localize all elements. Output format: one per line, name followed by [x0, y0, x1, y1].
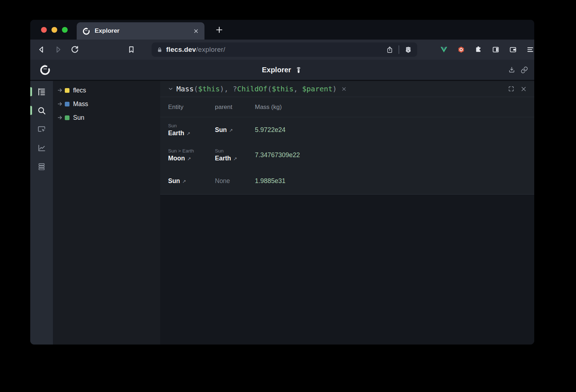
mass-cell: 1.9885e31 [255, 174, 534, 188]
query-header: Mass($this), ?ChildOf($this, $parent) [160, 81, 534, 97]
toolbar-divider [399, 45, 399, 54]
download-icon[interactable] [508, 66, 516, 74]
column-parent: parent [215, 104, 255, 111]
browser-window: Explorer [30, 20, 534, 345]
mass-value: 5.9722e24 [255, 126, 534, 134]
entity-path: Sun [168, 123, 215, 128]
open-link-icon[interactable]: ↗ [187, 156, 191, 161]
brave-shields-icon[interactable] [404, 46, 412, 54]
open-link-icon[interactable]: ↗ [229, 128, 233, 133]
hexagon-extension-icon[interactable] [457, 46, 465, 54]
wallet-icon[interactable] [509, 46, 517, 54]
sidebar-item-tree[interactable] [30, 82, 53, 101]
extensions-puzzle-icon[interactable] [474, 46, 482, 54]
parent-link[interactable]: Earth↗ [215, 155, 255, 162]
active-indicator [30, 87, 32, 96]
traffic-lights [41, 27, 68, 33]
sidebar-item-query[interactable] [30, 101, 53, 120]
parent-cell: Sun↗ [215, 123, 255, 137]
tab-close-icon[interactable] [193, 28, 199, 34]
open-link-icon[interactable]: ↗ [233, 156, 237, 161]
parent-cell: Sun Earth↗ [215, 145, 255, 166]
tab-explorer[interactable]: Explorer [77, 22, 204, 40]
mass-cell: 5.9722e24 [255, 123, 534, 137]
close-window-button[interactable] [41, 27, 47, 33]
entity-path: Sun > Earth [168, 148, 215, 154]
sidebar-item-tables[interactable] [30, 157, 53, 176]
browser-toolbar: flecs.dev/explorer/ [30, 40, 534, 60]
browser-menu-icon[interactable] [526, 46, 534, 54]
reload-button[interactable] [71, 45, 79, 54]
main-content: flecs Mass [30, 81, 534, 345]
chevron-down-icon[interactable] [168, 86, 174, 92]
vue-devtools-icon[interactable] [440, 46, 448, 54]
app-title: Explorer [262, 66, 302, 74]
entity-link[interactable]: Moon↗ [168, 155, 215, 162]
tree-item-flecs[interactable]: flecs [53, 83, 160, 97]
link-icon[interactable] [521, 66, 528, 74]
forward-button[interactable] [54, 45, 63, 54]
table-row: Sun Earth↗ Sun↗ 5.9722e24 [160, 117, 534, 142]
sidebar-item-charts[interactable] [30, 138, 53, 157]
parent-path: Sun [215, 148, 255, 154]
entity-color-swatch [65, 88, 69, 93]
url-text: flecs.dev/explorer/ [166, 46, 225, 54]
header-actions [508, 66, 534, 74]
remote-connection-icon[interactable] [295, 66, 303, 74]
parent-link[interactable]: Sun↗ [215, 126, 255, 134]
query-panel: Mass($this), ?ChildOf($this, $parent) [160, 81, 534, 345]
minimize-window-button[interactable] [51, 27, 57, 33]
column-entity: Entity [168, 104, 215, 111]
parent-cell: None [215, 174, 255, 188]
result-table-body: Sun Earth↗ Sun↗ 5.9722e24 Sun > E [160, 117, 534, 195]
entity-cell: Sun Earth↗ [168, 119, 215, 141]
extension-icons [440, 46, 534, 54]
sidebar-toggle-icon[interactable] [492, 46, 500, 54]
mass-cell: 7.34767309e22 [255, 148, 534, 163]
tree-item-mass[interactable]: Mass [53, 97, 160, 111]
active-indicator [30, 106, 32, 115]
sidebar-icon-rail [30, 81, 53, 345]
url-path: /explorer/ [196, 46, 225, 53]
expand-arrow-icon[interactable] [57, 115, 63, 120]
entity-color-swatch [65, 102, 69, 106]
result-table-header: Entity parent Mass (kg) [160, 97, 534, 117]
tab-favicon-flecs-icon [82, 27, 90, 35]
column-mass: Mass (kg) [255, 104, 534, 111]
expand-arrow-icon[interactable] [57, 101, 63, 107]
tree-item-label: flecs [73, 87, 86, 94]
open-link-icon[interactable]: ↗ [186, 131, 190, 136]
browser-tab-bar: Explorer [30, 20, 534, 40]
zoom-window-button[interactable] [62, 27, 68, 33]
entity-cell: Sun > Earth Moon↗ [168, 145, 215, 166]
entity-link[interactable]: Sun↗ [168, 177, 215, 185]
mass-value: 1.9885e31 [255, 177, 534, 185]
tree-item-label: Mass [73, 100, 88, 108]
tab-title: Explorer [95, 27, 193, 35]
query-panel-empty-area [160, 195, 534, 345]
entity-tree-panel: flecs Mass [53, 81, 160, 345]
parent-none: None [215, 177, 255, 185]
sidebar-item-inspector[interactable] [30, 120, 53, 138]
app-header: Explorer [30, 60, 534, 81]
open-link-icon[interactable]: ↗ [182, 179, 186, 184]
flecs-logo-icon[interactable] [40, 64, 50, 75]
entity-link[interactable]: Earth↗ [168, 129, 215, 137]
clear-query-icon[interactable] [341, 86, 347, 92]
bookmark-icon[interactable] [127, 45, 136, 54]
table-row: Sun > Earth Moon↗ Sun Earth↗ 7.34767309e… [160, 142, 534, 168]
table-row: Sun↗ None 1.9885e31 [160, 168, 534, 194]
entity-cell: Sun↗ [168, 174, 215, 188]
close-panel-icon[interactable] [521, 86, 527, 92]
tree-item-sun[interactable]: Sun [53, 111, 160, 124]
query-expression[interactable]: Mass($this), ?ChildOf($this, $parent) [176, 85, 337, 93]
lock-icon [157, 47, 163, 53]
tree-item-label: Sun [73, 114, 84, 122]
app-title-text: Explorer [262, 66, 291, 74]
new-tab-button[interactable] [215, 26, 223, 34]
fullscreen-icon[interactable] [508, 86, 514, 92]
url-bar[interactable]: flecs.dev/explorer/ [152, 42, 418, 57]
expand-arrow-icon[interactable] [57, 87, 63, 93]
share-icon[interactable] [386, 46, 393, 54]
back-button[interactable] [37, 45, 46, 54]
